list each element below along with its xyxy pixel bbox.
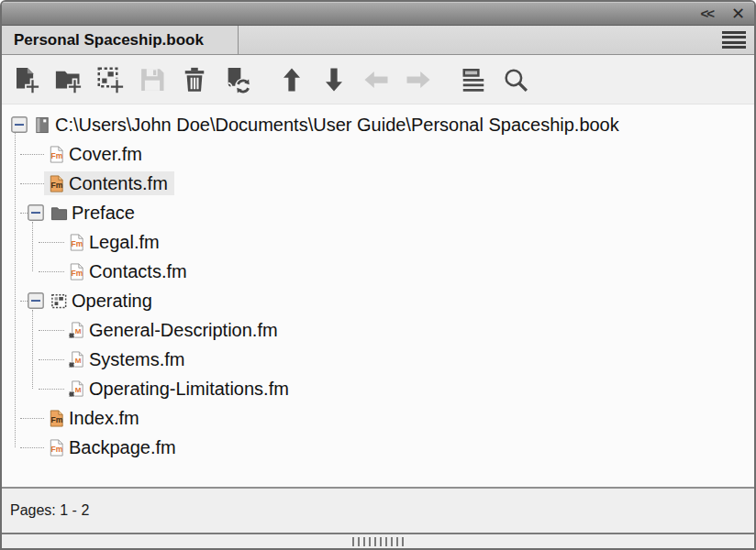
fm-generated-file-icon (48, 175, 65, 192)
tree-row-content[interactable]: Legal.fm (64, 230, 166, 254)
tree-connector (20, 301, 28, 302)
tree-row-content[interactable]: Operating-Limitations.fm (64, 377, 295, 401)
tree-connector (20, 154, 44, 155)
tree-row-content[interactable]: C:\Users\John Doe\Documents\User Guide\P… (30, 113, 626, 137)
expander-minus-icon[interactable] (11, 116, 28, 133)
tree-row-content[interactable]: Backpage.fm (44, 435, 183, 459)
tree-row-label: C:\Users\John Doe\Documents\User Guide\P… (55, 116, 619, 134)
arrow-right-icon (405, 66, 432, 94)
move-up-button[interactable] (271, 59, 313, 101)
folder-icon (50, 204, 68, 222)
pages-status: Pages: 1 - 2 (10, 502, 89, 519)
book-file-tree: C:\Users\John Doe\Documents\User Guide\P… (2, 104, 754, 487)
search-button[interactable] (495, 59, 537, 101)
add-file-icon (12, 66, 39, 94)
bottom-resize-strip (2, 533, 754, 548)
tree-row-content[interactable]: Index.fm (44, 406, 146, 430)
panel-menu-icon[interactable] (722, 31, 746, 49)
tree-row-label: Index.fm (69, 409, 139, 427)
expander-minus-icon[interactable] (28, 204, 44, 221)
tree-row[interactable]: Preface (6, 198, 754, 227)
tree-row-label: General-Description.fm (89, 321, 278, 339)
move-down-button[interactable] (313, 59, 355, 101)
tree-row-label: Systems.fm (89, 350, 184, 368)
display-text-icon (460, 66, 487, 94)
status-bar: Pages: 1 - 2 (2, 487, 754, 533)
tree-row[interactable]: General-Description.fm (6, 315, 754, 345)
arrow-up-icon (278, 66, 306, 94)
tree-connector (20, 183, 44, 184)
display-heading-text-button[interactable] (452, 59, 495, 101)
tree-row-label: Preface (72, 204, 135, 222)
book-toolbar (2, 55, 754, 104)
tree-connector (39, 389, 64, 390)
book-refresh-icon (223, 66, 250, 94)
fm-group-file-icon (68, 380, 85, 398)
update-book-button[interactable] (216, 59, 258, 101)
tree-connector (39, 242, 64, 243)
tree-row-content[interactable]: Preface (47, 201, 141, 225)
tree-row-label: Contents.fm (69, 174, 168, 192)
tab-strip-spacer (239, 26, 754, 54)
tree-row-content[interactable]: Systems.fm (64, 347, 191, 371)
tree-row-label: Contacts.fm (89, 262, 187, 280)
tree-row[interactable]: Systems.fm (6, 345, 754, 374)
tree-row-label: Operating-Limitations.fm (89, 380, 289, 398)
tree-row-label: Legal.fm (89, 233, 160, 251)
arrow-down-icon (320, 66, 348, 94)
tree-row[interactable]: Operating-Limitations.fm (6, 374, 754, 403)
search-icon (502, 66, 529, 94)
tree-row-content[interactable]: Cover.fm (44, 142, 149, 166)
book-icon (34, 116, 51, 134)
add-group-icon (96, 66, 124, 94)
tab-title: Personal Spaceship.book (14, 31, 204, 50)
tab-book[interactable]: Personal Spaceship.book (2, 26, 239, 54)
tree-connector (39, 359, 64, 360)
fm-group-file-icon (68, 322, 85, 339)
tree-row[interactable]: Operating (6, 286, 754, 315)
fm-group-file-icon (68, 351, 85, 368)
tree-row-content[interactable]: Contacts.fm (64, 259, 194, 283)
arrow-left-icon (362, 66, 390, 94)
add-file-button[interactable] (5, 59, 47, 101)
move-right-button[interactable] (397, 59, 439, 101)
tree-row[interactable]: C:\Users\John Doe\Documents\User Guide\P… (6, 110, 754, 139)
collapse-panel-icon[interactable]: << (700, 6, 713, 20)
tree-connector (20, 213, 28, 214)
tree-row-content[interactable]: Contents.fm (44, 171, 174, 195)
save-icon (139, 66, 166, 94)
tree-row-label: Backpage.fm (69, 438, 176, 456)
fm-generated-file-icon (48, 410, 65, 427)
add-folder-icon (54, 66, 82, 94)
tree-connector (39, 271, 64, 272)
tree-row-content[interactable]: General-Description.fm (64, 318, 284, 342)
tree-connector (20, 418, 44, 419)
tree-row-content[interactable]: Operating (47, 289, 159, 313)
delete-button[interactable] (173, 59, 216, 101)
book-panel: << ✕ Personal Spaceship.book (0, 0, 756, 550)
trash-icon (181, 66, 208, 94)
close-icon[interactable]: ✕ (731, 6, 745, 22)
fm-file-icon (48, 146, 65, 163)
tree-row-label: Operating (72, 292, 152, 310)
tree-row[interactable]: Contents.fm (6, 169, 754, 198)
tree-connector (39, 330, 64, 331)
fm-file-icon (48, 439, 65, 456)
tree-connector (20, 447, 44, 448)
tree-row[interactable]: Contacts.fm (6, 257, 754, 286)
group-icon (50, 292, 68, 310)
resize-grip-handle[interactable] (352, 537, 404, 546)
add-folder-button[interactable] (47, 59, 89, 101)
tree-row[interactable]: Cover.fm (6, 139, 754, 169)
fm-file-icon (68, 263, 85, 280)
tree-row-label: Cover.fm (69, 145, 142, 163)
panel-titlebar: << ✕ (2, 2, 754, 26)
tree-row[interactable]: Legal.fm (6, 227, 754, 257)
fm-file-icon (68, 234, 85, 251)
add-group-button[interactable] (89, 59, 131, 101)
tree-row[interactable]: Index.fm (6, 403, 754, 433)
save-book-button[interactable] (131, 59, 173, 101)
move-left-button[interactable] (355, 59, 397, 101)
expander-minus-icon[interactable] (28, 292, 44, 309)
tree-row[interactable]: Backpage.fm (6, 433, 754, 462)
